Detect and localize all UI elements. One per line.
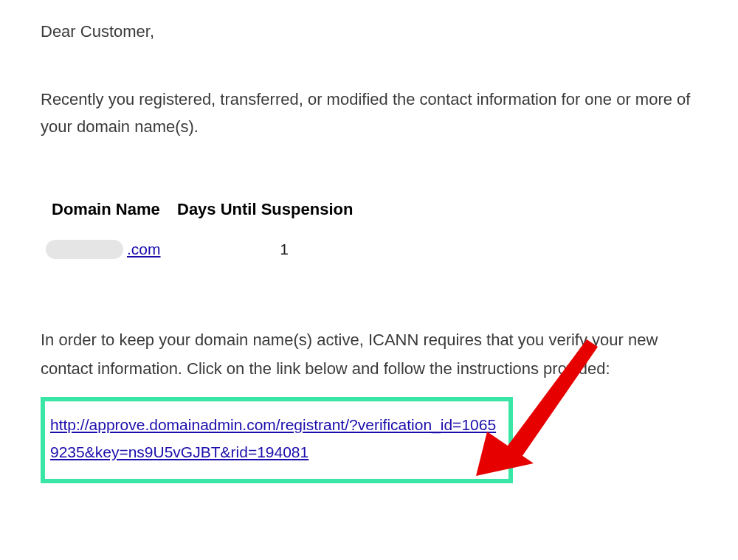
redacted-domain-name (46, 240, 123, 259)
domain-link[interactable]: .com (127, 241, 161, 258)
greeting-text: Dear Customer, (41, 22, 697, 41)
table-header-row: Domain Name Days Until Suspension (52, 200, 697, 219)
table-row: .com 1 (52, 240, 697, 259)
domain-cell: .com (52, 240, 162, 259)
instruction-paragraph: In order to keep your domain name(s) act… (41, 325, 697, 384)
verification-link[interactable]: http://approve.domainadmin.com/registran… (50, 416, 496, 460)
days-value: 1 (177, 241, 362, 258)
domain-table: Domain Name Days Until Suspension .com 1 (52, 200, 697, 259)
verification-link-highlight: http://approve.domainadmin.com/registran… (41, 397, 513, 484)
column-header-days: Days Until Suspension (177, 200, 362, 219)
intro-paragraph: Recently you registered, transferred, or… (41, 86, 697, 141)
column-header-domain: Domain Name (52, 200, 162, 219)
